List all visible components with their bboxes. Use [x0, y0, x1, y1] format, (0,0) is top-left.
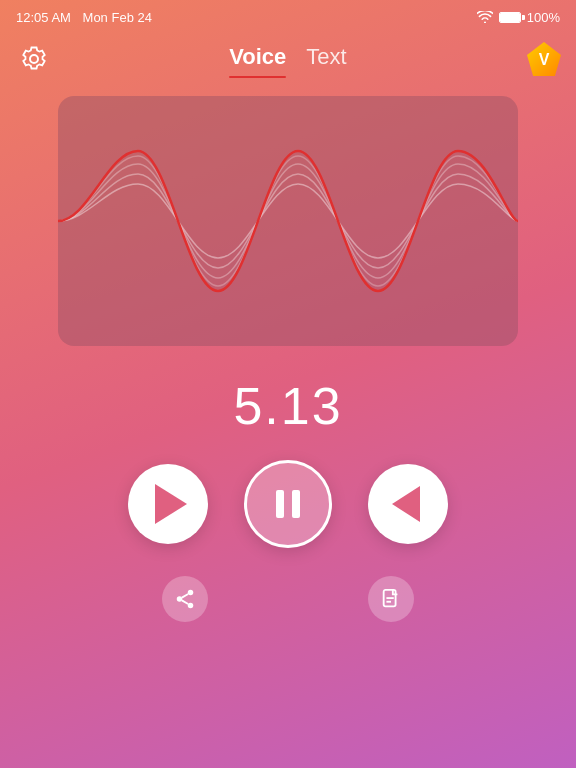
tab-bar: Voice Text [229, 44, 346, 74]
battery-icon [499, 12, 521, 23]
rewind-button[interactable] [368, 464, 448, 544]
playback-controls [128, 460, 448, 548]
status-time-date: 12:05 AM Mon Feb 24 [16, 10, 152, 25]
document-button[interactable] [368, 576, 414, 622]
battery-percent: 100% [527, 10, 560, 25]
waveform-svg [58, 96, 518, 346]
tab-voice[interactable]: Voice [229, 44, 286, 74]
bottom-actions [162, 576, 414, 622]
waveform-display [58, 96, 518, 346]
status-time: 12:05 AM [16, 10, 71, 25]
svg-point-1 [177, 596, 183, 602]
svg-line-3 [182, 600, 188, 604]
document-icon [380, 588, 402, 610]
status-date: Mon Feb 24 [83, 10, 152, 25]
svg-point-0 [188, 590, 194, 596]
header: Voice Text V [0, 34, 576, 84]
gear-icon [20, 45, 48, 73]
svg-line-4 [182, 594, 188, 598]
voucher-letter: V [539, 51, 550, 69]
play-button[interactable] [128, 464, 208, 544]
status-indicators: 100% [477, 10, 560, 25]
tab-text[interactable]: Text [306, 44, 346, 74]
wifi-icon [477, 11, 493, 23]
voucher-diamond: V [527, 42, 561, 76]
voucher-button[interactable]: V [524, 39, 564, 79]
play-icon [155, 484, 187, 524]
pause-button[interactable] [244, 460, 332, 548]
svg-point-2 [188, 603, 194, 609]
timer-display: 5.13 [233, 376, 342, 436]
rewind-icon [392, 486, 420, 522]
settings-button[interactable] [16, 41, 52, 77]
share-button[interactable] [162, 576, 208, 622]
share-icon [174, 588, 196, 610]
pause-icon [276, 490, 300, 518]
status-bar: 12:05 AM Mon Feb 24 100% [0, 0, 576, 34]
